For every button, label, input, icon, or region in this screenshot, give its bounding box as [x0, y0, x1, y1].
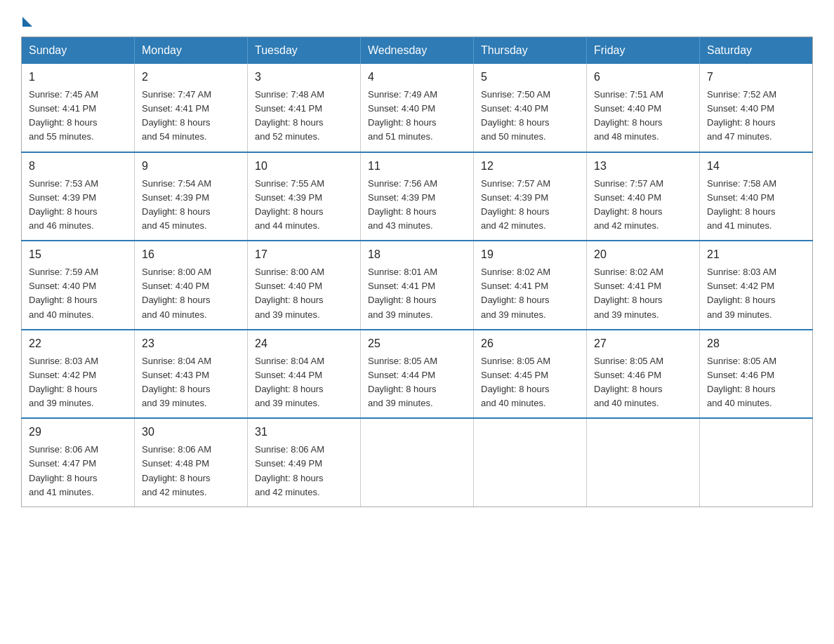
- day-number: 21: [707, 246, 805, 263]
- empty-cell: [474, 418, 587, 507]
- day-info: Sunrise: 8:06 AMSunset: 4:47 PMDaylight:…: [29, 443, 127, 499]
- calendar-day-cell: 17Sunrise: 8:00 AMSunset: 4:40 PMDayligh…: [248, 241, 361, 330]
- day-number: 18: [368, 246, 466, 263]
- weekday-header-saturday: Saturday: [700, 37, 813, 65]
- calendar-day-cell: 1Sunrise: 7:45 AMSunset: 4:41 PMDaylight…: [22, 64, 135, 152]
- day-info: Sunrise: 8:06 AMSunset: 4:49 PMDaylight:…: [255, 443, 353, 499]
- day-info: Sunrise: 7:49 AMSunset: 4:40 PMDaylight:…: [368, 88, 466, 145]
- calendar-day-cell: 7Sunrise: 7:52 AMSunset: 4:40 PMDaylight…: [700, 64, 813, 152]
- calendar-day-cell: 22Sunrise: 8:03 AMSunset: 4:42 PMDayligh…: [22, 330, 135, 419]
- day-number: 14: [707, 158, 805, 175]
- weekday-header-friday: Friday: [587, 37, 700, 65]
- day-info: Sunrise: 7:58 AMSunset: 4:40 PMDaylight:…: [707, 177, 805, 234]
- day-info: Sunrise: 8:01 AMSunset: 4:41 PMDaylight:…: [368, 265, 466, 322]
- weekday-header-thursday: Thursday: [474, 37, 587, 65]
- day-info: Sunrise: 7:51 AMSunset: 4:40 PMDaylight:…: [594, 88, 692, 145]
- empty-cell: [361, 418, 474, 507]
- empty-cell: [700, 418, 813, 507]
- day-info: Sunrise: 8:05 AMSunset: 4:46 PMDaylight:…: [594, 354, 692, 411]
- day-info: Sunrise: 8:00 AMSunset: 4:40 PMDaylight:…: [255, 265, 353, 322]
- day-info: Sunrise: 8:04 AMSunset: 4:43 PMDaylight:…: [142, 354, 240, 411]
- calendar-day-cell: 29Sunrise: 8:06 AMSunset: 4:47 PMDayligh…: [22, 418, 135, 507]
- calendar-day-cell: 6Sunrise: 7:51 AMSunset: 4:40 PMDaylight…: [587, 64, 700, 152]
- day-number: 30: [142, 424, 240, 441]
- day-number: 17: [255, 246, 353, 263]
- day-number: 10: [255, 158, 353, 175]
- calendar-day-cell: 23Sunrise: 8:04 AMSunset: 4:43 PMDayligh…: [135, 330, 248, 419]
- day-info: Sunrise: 8:02 AMSunset: 4:41 PMDaylight:…: [594, 265, 692, 322]
- weekday-header-row: SundayMondayTuesdayWednesdayThursdayFrid…: [22, 37, 813, 65]
- calendar-week-row: 22Sunrise: 8:03 AMSunset: 4:42 PMDayligh…: [22, 330, 813, 419]
- day-info: Sunrise: 7:47 AMSunset: 4:41 PMDaylight:…: [142, 88, 240, 145]
- weekday-header-monday: Monday: [135, 37, 248, 65]
- day-info: Sunrise: 7:57 AMSunset: 4:40 PMDaylight:…: [594, 177, 692, 234]
- day-number: 3: [255, 69, 353, 86]
- day-number: 20: [594, 246, 692, 263]
- day-number: 11: [368, 158, 466, 175]
- calendar-day-cell: 16Sunrise: 8:00 AMSunset: 4:40 PMDayligh…: [135, 241, 248, 330]
- day-info: Sunrise: 7:59 AMSunset: 4:40 PMDaylight:…: [29, 265, 127, 322]
- day-number: 28: [707, 335, 805, 352]
- calendar-day-cell: 20Sunrise: 8:02 AMSunset: 4:41 PMDayligh…: [587, 241, 700, 330]
- day-number: 31: [255, 424, 353, 441]
- logo-arrow-icon: [22, 17, 32, 27]
- weekday-header-sunday: Sunday: [22, 37, 135, 65]
- calendar-week-row: 15Sunrise: 7:59 AMSunset: 4:40 PMDayligh…: [22, 241, 813, 330]
- day-number: 26: [481, 335, 579, 352]
- day-number: 8: [29, 158, 127, 175]
- empty-cell: [587, 418, 700, 507]
- day-info: Sunrise: 7:45 AMSunset: 4:41 PMDaylight:…: [29, 88, 127, 145]
- day-info: Sunrise: 7:56 AMSunset: 4:39 PMDaylight:…: [368, 177, 466, 234]
- day-info: Sunrise: 8:03 AMSunset: 4:42 PMDaylight:…: [707, 265, 805, 322]
- calendar-day-cell: 10Sunrise: 7:55 AMSunset: 4:39 PMDayligh…: [248, 152, 361, 241]
- day-info: Sunrise: 8:04 AMSunset: 4:44 PMDaylight:…: [255, 354, 353, 411]
- calendar-day-cell: 9Sunrise: 7:54 AMSunset: 4:39 PMDaylight…: [135, 152, 248, 241]
- day-info: Sunrise: 7:48 AMSunset: 4:41 PMDaylight:…: [255, 88, 353, 145]
- calendar-day-cell: 28Sunrise: 8:05 AMSunset: 4:46 PMDayligh…: [700, 330, 813, 419]
- calendar-day-cell: 11Sunrise: 7:56 AMSunset: 4:39 PMDayligh…: [361, 152, 474, 241]
- day-number: 22: [29, 335, 127, 352]
- calendar-day-cell: 14Sunrise: 7:58 AMSunset: 4:40 PMDayligh…: [700, 152, 813, 241]
- calendar-day-cell: 12Sunrise: 7:57 AMSunset: 4:39 PMDayligh…: [474, 152, 587, 241]
- calendar-day-cell: 26Sunrise: 8:05 AMSunset: 4:45 PMDayligh…: [474, 330, 587, 419]
- calendar-day-cell: 30Sunrise: 8:06 AMSunset: 4:48 PMDayligh…: [135, 418, 248, 507]
- day-number: 25: [368, 335, 466, 352]
- calendar-day-cell: 21Sunrise: 8:03 AMSunset: 4:42 PMDayligh…: [700, 241, 813, 330]
- day-info: Sunrise: 8:05 AMSunset: 4:46 PMDaylight:…: [707, 354, 805, 411]
- day-info: Sunrise: 8:03 AMSunset: 4:42 PMDaylight:…: [29, 354, 127, 411]
- day-number: 5: [481, 69, 579, 86]
- day-number: 6: [594, 69, 692, 86]
- day-info: Sunrise: 7:50 AMSunset: 4:40 PMDaylight:…: [481, 88, 579, 145]
- weekday-header-wednesday: Wednesday: [361, 37, 474, 65]
- calendar-day-cell: 19Sunrise: 8:02 AMSunset: 4:41 PMDayligh…: [474, 241, 587, 330]
- calendar-week-row: 29Sunrise: 8:06 AMSunset: 4:47 PMDayligh…: [22, 418, 813, 507]
- day-number: 1: [29, 69, 127, 86]
- day-info: Sunrise: 8:00 AMSunset: 4:40 PMDaylight:…: [142, 265, 240, 322]
- day-number: 15: [29, 246, 127, 263]
- day-info: Sunrise: 7:57 AMSunset: 4:39 PMDaylight:…: [481, 177, 579, 234]
- calendar-day-cell: 2Sunrise: 7:47 AMSunset: 4:41 PMDaylight…: [135, 64, 248, 152]
- day-info: Sunrise: 8:06 AMSunset: 4:48 PMDaylight:…: [142, 443, 240, 499]
- day-number: 12: [481, 158, 579, 175]
- calendar-day-cell: 5Sunrise: 7:50 AMSunset: 4:40 PMDaylight…: [474, 64, 587, 152]
- calendar-day-cell: 31Sunrise: 8:06 AMSunset: 4:49 PMDayligh…: [248, 418, 361, 507]
- day-info: Sunrise: 8:05 AMSunset: 4:44 PMDaylight:…: [368, 354, 466, 411]
- calendar-day-cell: 8Sunrise: 7:53 AMSunset: 4:39 PMDaylight…: [22, 152, 135, 241]
- day-number: 29: [29, 424, 127, 441]
- day-info: Sunrise: 7:52 AMSunset: 4:40 PMDaylight:…: [707, 88, 805, 145]
- calendar-week-row: 1Sunrise: 7:45 AMSunset: 4:41 PMDaylight…: [22, 64, 813, 152]
- calendar-week-row: 8Sunrise: 7:53 AMSunset: 4:39 PMDaylight…: [22, 152, 813, 241]
- day-number: 19: [481, 246, 579, 263]
- day-number: 16: [142, 246, 240, 263]
- day-info: Sunrise: 8:05 AMSunset: 4:45 PMDaylight:…: [481, 354, 579, 411]
- day-number: 4: [368, 69, 466, 86]
- day-number: 2: [142, 69, 240, 86]
- day-number: 13: [594, 158, 692, 175]
- logo: [21, 14, 32, 24]
- calendar-table: SundayMondayTuesdayWednesdayThursdayFrid…: [21, 36, 813, 507]
- calendar-day-cell: 3Sunrise: 7:48 AMSunset: 4:41 PMDaylight…: [248, 64, 361, 152]
- calendar-day-cell: 13Sunrise: 7:57 AMSunset: 4:40 PMDayligh…: [587, 152, 700, 241]
- day-number: 23: [142, 335, 240, 352]
- calendar-day-cell: 15Sunrise: 7:59 AMSunset: 4:40 PMDayligh…: [22, 241, 135, 330]
- calendar-day-cell: 4Sunrise: 7:49 AMSunset: 4:40 PMDaylight…: [361, 64, 474, 152]
